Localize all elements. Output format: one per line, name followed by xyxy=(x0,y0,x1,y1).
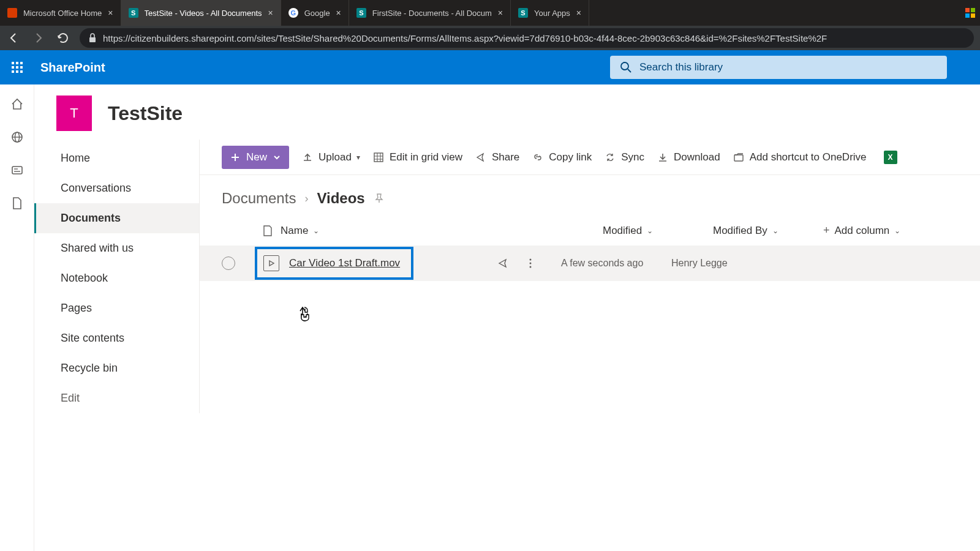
chevron-down-icon: ⌄ xyxy=(313,227,319,235)
svg-point-22 xyxy=(530,263,532,264)
files-icon[interactable] xyxy=(10,196,24,211)
chevron-down-icon: ⌄ xyxy=(647,227,653,235)
add-shortcut-button[interactable]: Add shortcut to OneDrive xyxy=(733,151,867,163)
browser-tab[interactable]: S TestSite - Videos - All Documents × xyxy=(121,0,281,26)
grid-icon xyxy=(372,151,385,163)
highlighted-box: Car Video 1st Draft.mov xyxy=(255,247,413,280)
sync-button[interactable]: Sync xyxy=(604,151,644,163)
url-text: https://citizenbuilders.sharepoint.com/s… xyxy=(103,33,827,43)
type-column-icon[interactable] xyxy=(255,225,281,237)
suite-header: SharePoint xyxy=(0,50,980,84)
address-bar[interactable]: https://citizenbuilders.sharepoint.com/s… xyxy=(80,28,974,48)
svg-rect-4 xyxy=(89,37,96,42)
copy-link-button[interactable]: Copy link xyxy=(532,151,592,163)
search-input[interactable] xyxy=(639,61,937,73)
search-box[interactable] xyxy=(610,56,947,79)
app-launcher-button[interactable] xyxy=(9,59,26,76)
google-icon: G xyxy=(288,8,298,18)
sharepoint-icon: S xyxy=(129,8,138,18)
edit-grid-button[interactable]: Edit in grid view xyxy=(372,151,462,163)
add-shortcut-label: Add shortcut to OneDrive xyxy=(750,151,867,163)
file-row[interactable]: Car Video 1st Draft.mov A few seconds ag… xyxy=(200,246,980,281)
nav-site-contents[interactable]: Site contents xyxy=(34,323,199,353)
tab-title: Microsoft Office Home xyxy=(23,9,102,18)
close-icon[interactable]: × xyxy=(576,8,581,18)
svg-rect-1 xyxy=(971,8,975,12)
site-title[interactable]: TestSite xyxy=(108,102,183,125)
modified-cell: A few seconds ago xyxy=(561,258,671,269)
nav-shared-with-us[interactable]: Shared with us xyxy=(34,233,199,263)
svg-rect-20 xyxy=(734,155,743,161)
tab-title: TestSite - Videos - All Documents xyxy=(145,9,262,18)
suite-brand[interactable]: SharePoint xyxy=(40,61,105,75)
svg-rect-0 xyxy=(965,8,970,12)
tab-title: Your Apps xyxy=(534,9,570,18)
download-button[interactable]: Download xyxy=(657,151,720,163)
breadcrumb: Documents › Videos xyxy=(200,175,980,218)
nav-pages[interactable]: Pages xyxy=(34,293,199,323)
browser-tab-strip: Microsoft Office Home × S TestSite - Vid… xyxy=(0,0,980,26)
nav-conversations[interactable]: Conversations xyxy=(34,173,199,203)
upload-button[interactable]: Upload ▾ xyxy=(301,151,360,163)
file-name-link[interactable]: Car Video 1st Draft.mov xyxy=(289,257,400,269)
svg-rect-2 xyxy=(965,13,970,18)
app-bar xyxy=(0,84,34,551)
pin-icon[interactable] xyxy=(374,193,385,204)
upload-icon xyxy=(301,151,314,163)
nav-home[interactable]: Home xyxy=(34,143,199,173)
nav-notebook[interactable]: Notebook xyxy=(34,263,199,293)
nav-edit[interactable]: Edit xyxy=(34,383,199,413)
close-icon[interactable]: × xyxy=(336,8,341,18)
new-button[interactable]: New xyxy=(222,146,289,169)
sharepoint-icon: S xyxy=(518,8,528,18)
forward-button[interactable] xyxy=(31,30,47,46)
site-header: T TestSite xyxy=(34,84,980,140)
video-file-icon[interactable] xyxy=(263,255,279,271)
browser-tab[interactable]: Microsoft Office Home × xyxy=(0,0,121,26)
more-actions-icon[interactable] xyxy=(524,257,537,269)
svg-rect-15 xyxy=(374,153,383,162)
home-icon[interactable] xyxy=(10,97,24,111)
command-bar: New Upload ▾ Edit in grid view Sha xyxy=(200,140,980,175)
column-headers: Name⌄ Modified⌄ Modified By⌄ +Add column… xyxy=(200,218,980,246)
add-column-button[interactable]: +Add column⌄ xyxy=(823,224,900,237)
sharepoint-icon: S xyxy=(356,8,366,18)
site-logo[interactable]: T xyxy=(56,96,92,131)
tab-title: Google xyxy=(304,9,330,18)
copy-link-label: Copy link xyxy=(549,151,592,163)
chevron-down-icon: ▾ xyxy=(356,153,360,162)
plus-icon xyxy=(230,152,240,162)
waffle-icon xyxy=(12,62,23,73)
close-icon[interactable]: × xyxy=(108,8,113,18)
chevron-down-icon: ⌄ xyxy=(772,227,778,235)
browser-tab[interactable]: S Your Apps × xyxy=(511,0,589,26)
browser-tab[interactable]: G Google × xyxy=(281,0,349,26)
upload-label: Upload xyxy=(318,151,352,163)
new-label: New xyxy=(246,151,267,163)
shortcut-icon xyxy=(733,151,745,163)
left-navigation: Home Conversations Documents Shared with… xyxy=(34,140,200,413)
globe-icon[interactable] xyxy=(10,130,24,144)
name-column-header[interactable]: Name⌄ xyxy=(281,225,499,237)
reload-button[interactable] xyxy=(55,30,71,46)
tab-title: FirstSite - Documents - All Docum xyxy=(372,9,492,18)
browser-tab[interactable]: S FirstSite - Documents - All Docum × xyxy=(349,0,511,26)
office-icon xyxy=(7,8,17,18)
share-button[interactable]: Share xyxy=(475,151,519,163)
svg-point-5 xyxy=(621,62,628,70)
breadcrumb-parent[interactable]: Documents xyxy=(222,190,296,207)
sync-label: Sync xyxy=(621,151,644,163)
nav-recycle-bin[interactable]: Recycle bin xyxy=(34,353,199,383)
close-icon[interactable]: × xyxy=(498,8,503,18)
row-select-checkbox[interactable] xyxy=(222,257,235,270)
news-icon[interactable] xyxy=(10,163,24,178)
chevron-right-icon: › xyxy=(304,192,308,205)
excel-icon[interactable]: X xyxy=(884,151,897,164)
back-button[interactable] xyxy=(6,30,22,46)
close-icon[interactable]: × xyxy=(268,8,273,18)
modified-column-header[interactable]: Modified⌄ xyxy=(603,225,713,237)
plus-icon: + xyxy=(823,224,830,237)
share-row-icon[interactable] xyxy=(497,257,510,269)
modified-by-column-header[interactable]: Modified By⌄ xyxy=(713,225,823,237)
nav-documents[interactable]: Documents xyxy=(34,203,199,233)
